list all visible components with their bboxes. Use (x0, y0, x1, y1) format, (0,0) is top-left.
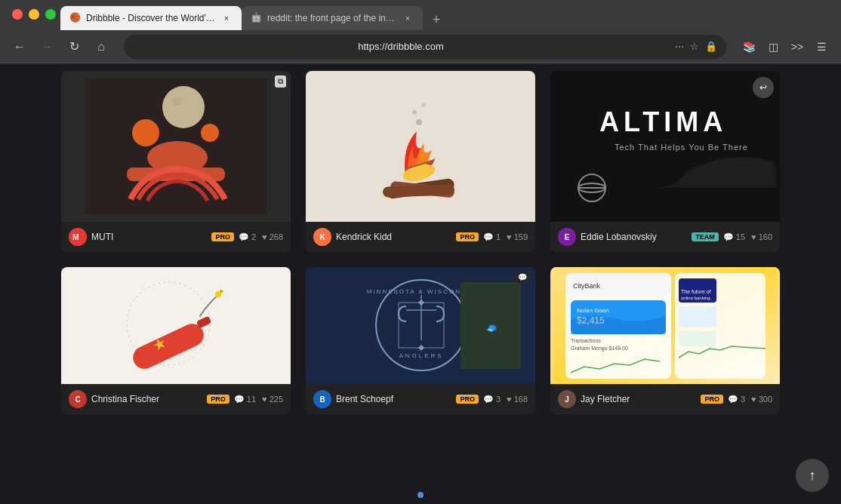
refresh-button[interactable]: ↻ (63, 36, 85, 57)
address-bar[interactable]: https://dribbble.com ⋯ ☆ 🔒 (124, 35, 726, 59)
heart-icon: ♥ (262, 232, 267, 241)
jay-like-count: 300 (759, 395, 772, 404)
tab-reddit-label: reddit: the front page of the internet (267, 13, 397, 23)
kendrick-stats: 💬 1 ♥ 159 (483, 232, 528, 242)
tab-dribbble-label: Dribbble - Discover the World's Top Desi… (86, 13, 216, 23)
brent-likes: ♥ 168 (507, 395, 528, 404)
back-button[interactable]: ← (9, 36, 30, 57)
christina-username: Christina Fischer (91, 394, 202, 404)
card-kendrick[interactable]: K Kendrick Kidd PRO 💬 1 ♥ 159 (306, 71, 535, 252)
tab-reddit[interactable]: 🤖 reddit: the front page of the internet… (242, 6, 423, 30)
card-altima-image: ALTIMA Tech That Helps You Be There ↩ (550, 71, 780, 222)
jay-likes: ♥ 300 (751, 395, 772, 404)
bookmark-icon[interactable]: ☆ (690, 41, 699, 52)
heart-icon-k: ♥ (507, 232, 512, 241)
comment-overlay: 💬 (514, 272, 531, 283)
eddie-badge: TEAM (692, 232, 719, 241)
svg-point-3 (186, 107, 193, 113)
card-jay-image: CityBank Nolan Goan $2,415 Transactions … (550, 267, 780, 384)
svg-rect-25 (85, 267, 266, 384)
toolbar-icons: 📚 ◫ >> ☰ (738, 36, 832, 57)
muti-like-count: 268 (270, 232, 283, 241)
kendrick-like-count: 159 (514, 232, 528, 241)
traffic-lights[interactable] (12, 9, 56, 20)
card-altima-footer: E Eddie Lobanovskiy TEAM 💬 15 ♥ 160 (550, 222, 780, 252)
address-text: https://dribbble.com (133, 41, 669, 52)
lock-icon[interactable]: 🔒 (705, 41, 717, 52)
card-muti[interactable]: ⧉ M MUTI PRO 💬 2 ♥ 268 (61, 71, 291, 252)
tab-dribbble-close[interactable]: × (220, 12, 233, 24)
jay-comments: 💬 3 (728, 395, 745, 404)
svg-text:Nolan Goan: Nolan Goan (577, 307, 609, 314)
card-anglers[interactable]: MINNESOTA & WISCONSIN ANGLERS 🧢 💬 B Bren… (306, 267, 535, 414)
kendrick-comments: 💬 1 (483, 232, 501, 242)
sidebar-icon[interactable]: ◫ (762, 36, 784, 57)
muti-badge: PRO (211, 232, 234, 241)
anglers-artwork: MINNESOTA & WISCONSIN ANGLERS 🧢 (310, 267, 532, 384)
more-options-icon[interactable]: ⋯ (675, 41, 684, 52)
tab-dribbble[interactable]: 🏀 Dribbble - Discover the World's Top De… (60, 6, 242, 30)
content-area: ⧉ M MUTI PRO 💬 2 ♥ 268 (0, 63, 841, 504)
svg-rect-10 (330, 71, 511, 222)
christina-comments: 💬 11 (234, 395, 256, 404)
library-icon[interactable]: 📚 (738, 36, 759, 57)
kendrick-comment-count: 1 (496, 232, 501, 241)
jay-stats: 💬 3 ♥ 300 (728, 395, 772, 404)
reblog-icon: ↩ (753, 77, 774, 98)
svg-point-1 (162, 86, 205, 128)
tab-reddit-close[interactable]: × (402, 12, 414, 24)
svg-point-4 (132, 119, 159, 146)
kendrick-avatar: K (313, 228, 331, 246)
card-muti-footer: M MUTI PRO 💬 2 ♥ 268 (61, 222, 291, 252)
card-kendrick-image (306, 71, 535, 222)
card-jay-footer: J Jay Fletcher PRO 💬 3 ♥ 300 (550, 384, 780, 414)
jay-badge: PRO (701, 395, 723, 404)
heart-icon-e: ♥ (751, 232, 756, 241)
eddie-like-count: 160 (759, 232, 772, 241)
cannon-artwork: ★ (85, 267, 266, 384)
new-tab-button[interactable]: + (426, 9, 447, 30)
eddie-comment-count: 15 (736, 232, 745, 241)
home-button[interactable]: ⌂ (91, 36, 112, 57)
christina-likes: ♥ 225 (262, 395, 283, 404)
jay-comment-count: 3 (741, 395, 745, 404)
eddie-username: Eddie Lobanovskiy (581, 232, 687, 242)
svg-text:Tech That Helps You Be There: Tech That Helps You Be There (615, 143, 748, 152)
svg-point-16 (416, 119, 422, 125)
svg-rect-54 (679, 331, 716, 346)
christina-comment-count: 11 (247, 395, 256, 404)
fullscreen-button[interactable] (45, 9, 56, 20)
svg-text:online banking.: online banking. (681, 296, 712, 300)
card-jay[interactable]: CityBank Nolan Goan $2,415 Transactions … (550, 267, 780, 414)
card-cannon-footer: C Christina Fischer PRO 💬 11 ♥ 225 (61, 384, 291, 414)
muti-comments: 💬 2 (239, 232, 256, 242)
kendrick-username: Kendrick Kidd (336, 232, 451, 242)
svg-point-5 (201, 124, 219, 142)
extensions-icon[interactable]: >> (787, 36, 808, 57)
brent-avatar: B (313, 390, 331, 408)
card-cannon[interactable]: ★ C Christina Fischer PRO 💬 11 ♥ 225 (61, 267, 291, 414)
card-cannon-image: ★ (61, 267, 291, 384)
comment-icon-j: 💬 (728, 395, 738, 404)
card-anglers-image: MINNESOTA & WISCONSIN ANGLERS 🧢 💬 (306, 267, 535, 384)
christina-like-count: 225 (270, 395, 283, 404)
svg-text:ALTIMA: ALTIMA (599, 106, 727, 137)
cards-grid: ⧉ M MUTI PRO 💬 2 ♥ 268 (0, 63, 841, 419)
kendrick-likes: ♥ 159 (507, 232, 528, 241)
card-muti-image: ⧉ (61, 71, 291, 222)
menu-icon[interactable]: ☰ (811, 36, 832, 57)
christina-badge: PRO (207, 395, 230, 404)
minimize-button[interactable] (29, 9, 39, 20)
back-to-top-button[interactable]: ↑ (796, 459, 829, 492)
eddie-comments: 💬 15 (723, 232, 745, 242)
heart-icon-j: ♥ (751, 395, 756, 404)
christina-stats: 💬 11 ♥ 225 (234, 395, 283, 404)
svg-point-30 (220, 290, 223, 293)
close-button[interactable] (12, 9, 23, 20)
svg-text:MINNESOTA & WISCONSIN: MINNESOTA & WISCONSIN (366, 288, 476, 295)
brent-stats: 💬 3 ♥ 168 (483, 395, 528, 404)
card-altima[interactable]: ALTIMA Tech That Helps You Be There ↩ E … (550, 71, 780, 252)
dribbble-favicon: 🏀 (69, 12, 82, 24)
forward-button[interactable]: → (36, 36, 57, 57)
svg-rect-53 (679, 306, 716, 327)
